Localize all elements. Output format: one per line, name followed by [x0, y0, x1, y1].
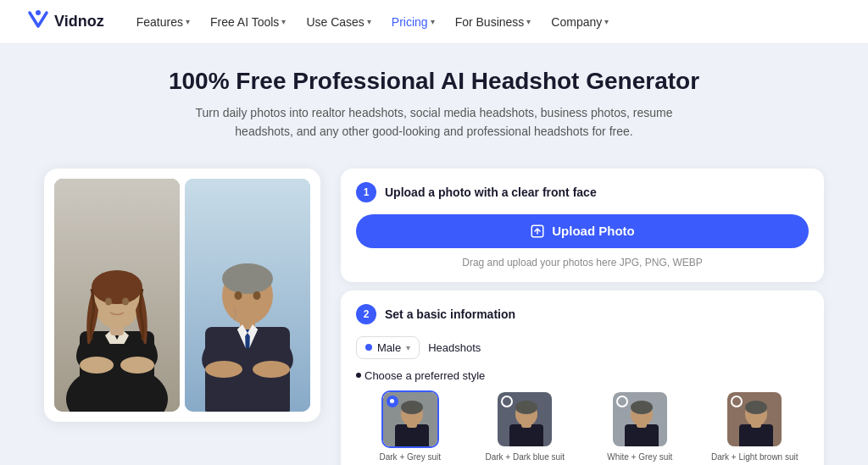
style-item[interactable]: White + Grey suit	[586, 390, 694, 462]
style-radio	[387, 396, 398, 407]
style-thumbnail	[381, 390, 439, 448]
upload-hint: Drag and upload your photos here JPG, PN…	[356, 257, 809, 268]
step-2-title: Set a basic information	[385, 307, 515, 321]
style-grid: Dark + Grey suit Dark + Dark blue suit W…	[356, 390, 809, 465]
hero-subtitle: Turn daily photos into realtor headshots…	[180, 103, 688, 141]
svg-point-10	[122, 297, 129, 305]
style-name: Dark + Grey suit	[379, 451, 441, 462]
chevron-down-icon: ▾	[526, 17, 531, 26]
style-radio	[616, 396, 628, 407]
style-item[interactable]: Dark + Dark blue suit	[471, 390, 580, 462]
svg-point-0	[36, 10, 41, 15]
svg-point-19	[222, 263, 273, 294]
chevron-down-icon: ▾	[186, 17, 190, 26]
logo-icon	[27, 9, 49, 35]
style-thumbnail	[726, 390, 783, 448]
svg-rect-44	[739, 424, 773, 448]
svg-rect-34	[509, 424, 543, 448]
step-1-badge: 1	[356, 182, 376, 202]
svg-point-9	[105, 297, 112, 305]
steps-panel: 1 Upload a photo with a clear front face…	[341, 169, 824, 465]
gender-row: Male ▾ Headshots	[356, 336, 809, 359]
step-2-header: 2 Set a basic information	[356, 304, 809, 324]
example-photos	[44, 169, 320, 422]
chevron-down-icon: ▾	[281, 17, 286, 26]
svg-point-21	[253, 291, 261, 300]
example-photo-man	[185, 179, 310, 412]
chevron-down-icon: ▾	[406, 343, 410, 352]
nav-for-business[interactable]: For Business ▾	[447, 10, 540, 34]
nav-pricing[interactable]: Pricing ▾	[383, 10, 443, 34]
chevron-down-icon: ▾	[431, 17, 435, 26]
nav-company[interactable]: Company ▾	[542, 10, 617, 34]
hero-title: 100% Free Professional AI Headshot Gener…	[17, 68, 851, 95]
bullet-icon	[356, 373, 361, 378]
upload-photo-button[interactable]: Upload Photo	[356, 214, 809, 248]
style-name: Dark + Dark blue suit	[485, 451, 565, 462]
headshots-label: Headshots	[428, 341, 481, 354]
svg-point-42	[631, 401, 653, 414]
svg-point-11	[80, 357, 114, 374]
logo[interactable]: Vidnoz	[27, 9, 104, 35]
style-thumbnail	[496, 390, 554, 448]
svg-point-47	[745, 401, 767, 414]
step-1-card: 1 Upload a photo with a clear front face…	[341, 169, 824, 282]
gender-dot	[365, 344, 372, 351]
svg-rect-29	[395, 424, 429, 448]
step-2-card: 2 Set a basic information Male ▾ Headsho…	[341, 291, 824, 465]
style-thumbnail	[611, 390, 669, 448]
step-1-title: Upload a photo with a clear front face	[385, 185, 597, 199]
svg-point-12	[120, 357, 154, 374]
style-name: Dark + Light brown suit	[711, 451, 798, 462]
gender-label: Male	[377, 341, 401, 354]
svg-point-20	[235, 291, 242, 300]
svg-rect-39	[625, 424, 659, 448]
style-radio	[501, 396, 513, 407]
nav-links: Features ▾ Free AI Tools ▾ Use Cases ▾ P…	[128, 10, 841, 34]
nav-free-ai-tools[interactable]: Free AI Tools ▾	[202, 10, 294, 34]
svg-point-37	[515, 401, 537, 414]
nav-features[interactable]: Features ▾	[128, 10, 198, 34]
example-photo-woman	[54, 179, 180, 412]
nav-use-cases[interactable]: Use Cases ▾	[298, 10, 379, 34]
step-1-header: 1 Upload a photo with a clear front face	[356, 182, 809, 202]
navigation: Vidnoz Features ▾ Free AI Tools ▾ Use Ca…	[0, 0, 868, 44]
logo-text: Vidnoz	[54, 13, 104, 30]
svg-point-23	[205, 361, 242, 378]
chevron-down-icon: ▾	[367, 17, 371, 26]
style-item[interactable]: Dark + Light brown suit	[701, 390, 810, 462]
choose-style-label: Choose a preferred style	[356, 369, 809, 382]
svg-point-32	[401, 401, 423, 414]
style-name: White + Grey suit	[607, 451, 672, 462]
style-radio	[731, 396, 743, 407]
main-content: 1 Upload a photo with a clear front face…	[27, 155, 841, 465]
upload-photo-label: Upload Photo	[552, 224, 635, 238]
step-2-badge: 2	[356, 304, 376, 324]
svg-point-8	[92, 270, 142, 304]
chevron-down-icon: ▾	[604, 17, 609, 26]
hero-section: 100% Free Professional AI Headshot Gener…	[0, 44, 868, 155]
gender-select[interactable]: Male ▾	[356, 336, 420, 359]
svg-point-24	[253, 361, 290, 378]
style-item[interactable]: Dark + Grey suit	[356, 390, 465, 462]
